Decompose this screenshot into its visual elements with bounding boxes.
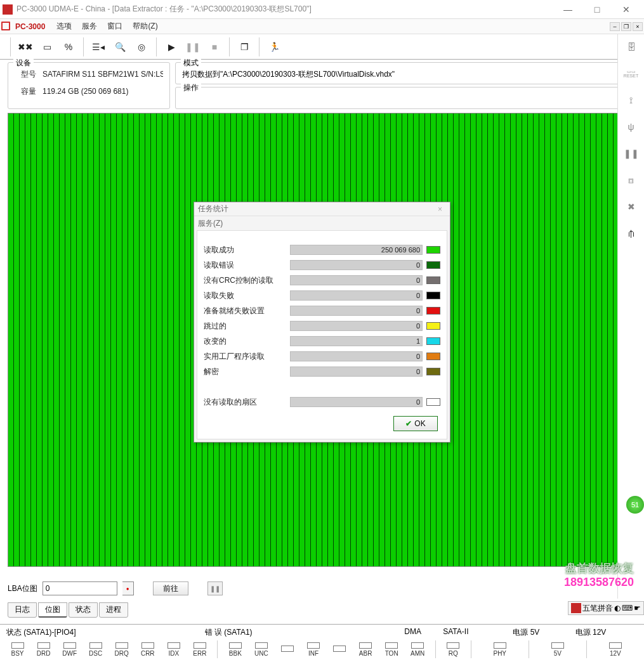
status-indicator-label: TON xyxy=(385,650,398,657)
menu-service[interactable]: 服务 xyxy=(77,20,102,33)
status-indicator-label: UNC xyxy=(254,650,268,657)
tool-drive-button[interactable]: ▭ xyxy=(37,38,57,56)
status-indicator xyxy=(115,642,128,649)
status-cell: ERR xyxy=(188,642,211,657)
status-cell: DSC xyxy=(84,642,107,657)
minimize-button[interactable]: — xyxy=(559,3,577,16)
tool-copy-button[interactable]: ❐ xyxy=(234,38,254,56)
tool-exit-button[interactable]: 🏃 xyxy=(264,38,284,56)
status-cell: UNC xyxy=(250,642,272,657)
watermark-text: 盘首数据恢复 xyxy=(564,561,634,576)
stat-row: 准备就绪失败设置0 xyxy=(204,303,440,318)
status-cell xyxy=(276,646,298,653)
dialog-close-button[interactable]: × xyxy=(434,205,446,214)
rt-reset-button[interactable]: ▭▭RESET xyxy=(622,65,640,82)
status-cell: INF xyxy=(302,642,324,657)
tab-log[interactable]: 日志 xyxy=(8,602,37,618)
close-button[interactable]: ✕ xyxy=(617,3,635,16)
rt-link-icon[interactable]: ⫛ xyxy=(622,224,640,242)
menu-window[interactable]: 窗口 xyxy=(102,20,128,33)
dialog-menu-service[interactable]: 服务(Z) xyxy=(198,218,223,229)
status-indicator-label: RQ xyxy=(449,650,458,657)
stat-label: 读取成功 xyxy=(204,245,286,256)
status-indicator-label: DSC xyxy=(89,650,102,657)
rt-measure-icon[interactable]: ⟟ xyxy=(622,91,640,109)
badge-51[interactable]: 51 xyxy=(626,496,644,514)
stat-value: 0 xyxy=(290,260,423,270)
tool-percent-button[interactable]: % xyxy=(58,38,79,56)
status-indicator-label: AMN xyxy=(411,650,424,657)
stat-value: 0 xyxy=(290,397,423,407)
status-cell: RQ xyxy=(442,642,464,657)
menu-help[interactable]: 帮助(Z) xyxy=(128,20,162,33)
rt-antenna-icon[interactable]: ψ xyxy=(622,118,640,136)
status-cell: DWF xyxy=(58,642,81,657)
lba-pause-button[interactable]: ❚❚ xyxy=(207,581,223,595)
ok-button[interactable]: ✔OK xyxy=(393,416,438,431)
menubar: PC-3000 选项 服务 窗口 帮助(Z) – ❐ × xyxy=(0,19,644,34)
menu-options[interactable]: 选项 xyxy=(51,20,77,33)
device-legend: 设备 xyxy=(13,58,34,68)
stat-label: 没有读取的扇区 xyxy=(204,397,286,408)
status-indicator xyxy=(229,642,242,649)
status-header-5v: 电源 5V xyxy=(513,627,575,638)
watermark-phone: 18913587620 xyxy=(564,576,634,589)
rt-chip-icon[interactable]: ⧈ xyxy=(622,171,640,189)
status-indicator xyxy=(359,642,372,649)
rt-database-icon[interactable]: 🗄 xyxy=(622,38,640,56)
status-indicator-label: DRD xyxy=(37,650,51,657)
tool-stop-button[interactable]: ■ xyxy=(204,38,225,56)
status-indicator-label: 12V xyxy=(610,650,621,657)
status-indicator xyxy=(37,642,50,649)
ime-moon-icon[interactable]: ◐ xyxy=(614,604,621,613)
tool-search-button[interactable]: 🔍 xyxy=(110,38,130,56)
mode-fieldset: 模式 拷贝数据到"A:\PC3000\20190303-联想SL700\Virt… xyxy=(175,62,636,84)
ime-bar[interactable]: 五笔拼音 ◐ ⌨ ☛ xyxy=(568,601,644,615)
stat-row: 读取错误0 xyxy=(204,257,440,273)
operation-legend: 操作 xyxy=(181,82,201,93)
status-indicator xyxy=(89,642,102,649)
tab-bitmap[interactable]: 位图 xyxy=(38,602,67,618)
stat-row: 解密0 xyxy=(204,364,440,379)
tab-process[interactable]: 进程 xyxy=(99,602,128,618)
tool-target-button[interactable]: ◎ xyxy=(131,38,152,56)
mdi-restore-button[interactable]: ❐ xyxy=(621,22,631,31)
rt-pause-icon[interactable]: ❚❚ xyxy=(622,145,640,162)
tool-settings-button[interactable]: ✖✖ xyxy=(15,38,36,56)
tool-pause-button[interactable]: ❚❚ xyxy=(183,38,203,56)
window-title: PC-3000 UDMA-E - China - [Data Extractor… xyxy=(16,4,553,15)
mdi-minimize-button[interactable]: – xyxy=(610,22,620,31)
status-indicator-label: BSY xyxy=(11,650,24,657)
goto-button[interactable]: 前往 xyxy=(153,581,188,595)
stat-row: 读取失败0 xyxy=(204,288,440,303)
stat-label: 解密 xyxy=(204,367,286,377)
watermark: 盘首数据恢复 18913587620 xyxy=(564,561,634,589)
status-cell: CRR xyxy=(136,642,159,657)
status-indicator-label: ERR xyxy=(193,650,206,657)
lba-input[interactable] xyxy=(43,581,117,595)
status-indicator xyxy=(141,642,154,649)
ime-text: 五笔拼音 xyxy=(582,603,613,614)
status-panel: 状态 (SATA1)-[PIO4] 错 误 (SATA1) DMA SATA-I… xyxy=(0,624,644,662)
stat-label: 实用工厂程序读取 xyxy=(204,351,286,362)
status-indicator xyxy=(194,642,206,649)
status-indicator-label: DWF xyxy=(62,650,77,657)
tool-play-button[interactable]: ▶ xyxy=(161,38,181,56)
status-indicator xyxy=(609,642,622,649)
ime-keyboard-icon[interactable]: ⌨ xyxy=(622,604,633,613)
stat-label: 准备就绪失败设置 xyxy=(204,306,286,316)
lba-record-icon[interactable]: ● xyxy=(122,581,134,595)
status-header-12v: 电源 12V xyxy=(575,627,638,638)
status-indicator-label: INF xyxy=(308,650,319,657)
status-header-sata2: SATA-II xyxy=(443,627,513,638)
ime-hand-icon[interactable]: ☛ xyxy=(634,604,641,613)
maximize-button[interactable]: □ xyxy=(588,3,606,16)
mdi-close-button[interactable]: × xyxy=(633,22,643,31)
status-cell: 5V xyxy=(536,642,580,657)
rt-disconnect-icon[interactable]: ✖ xyxy=(622,198,640,216)
status-indicator xyxy=(168,642,180,649)
tab-status[interactable]: 状态 xyxy=(69,602,98,618)
stat-label: 跳过的 xyxy=(204,321,286,332)
tool-list-button[interactable]: ☰◂ xyxy=(88,38,108,56)
stat-value: 1 xyxy=(290,336,423,346)
